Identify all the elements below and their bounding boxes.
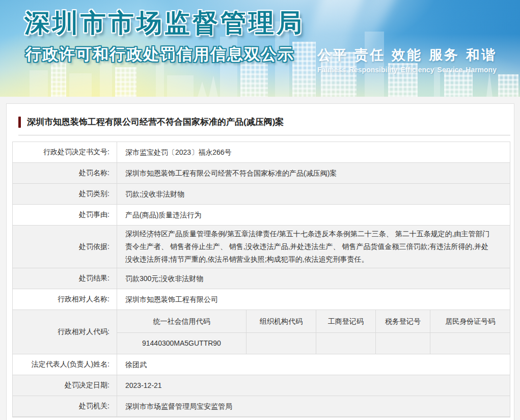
- row-label: 行政相对人名称:: [13, 289, 117, 310]
- row-label: 处罚事由:: [13, 205, 117, 225]
- row-label: 处罚决定日期:: [13, 375, 117, 396]
- codes-table: 统一社会信用代码 组织机构代码 工商登记码 税务登记号 居民身份证号码 9144…: [117, 310, 510, 354]
- title-accent-bar: [18, 117, 21, 128]
- banner-subtitle: 行政许可和行政处罚信用信息双公示: [25, 44, 294, 65]
- row-value: 罚款;没收非法财物: [117, 184, 510, 204]
- codes-value-row: 91440300MA5GUTTR90: [117, 333, 510, 354]
- table-row-penalty-category: 处罚类别: 罚款;没收非法财物: [13, 184, 510, 205]
- slogan-chinese: 公平 责任 效能 服务 和谐: [317, 46, 497, 64]
- table-row-decision-date: 处罚决定日期: 2023-12-21: [13, 375, 510, 396]
- table-row-penalty-basis: 处罚依据: 深圳经济特区产品质量管理条例/第五章法律责任/第五十七条违反本条例第…: [13, 226, 510, 268]
- slogan-en-word: Harmony: [466, 66, 497, 74]
- row-value: 2023-12-21: [117, 375, 510, 396]
- codes-value-cell: [430, 333, 510, 354]
- codes-header-cell: 统一社会信用代码: [117, 310, 246, 332]
- codes-value-cell: [316, 333, 375, 354]
- row-value: 徐团武: [117, 354, 510, 375]
- row-label: 处罚机关:: [13, 396, 117, 416]
- row-label: 处罚名称:: [13, 163, 117, 183]
- codes-header-cell: 居民身份证号码: [430, 310, 510, 332]
- row-label: 处罚依据:: [13, 226, 117, 268]
- row-value: 深圳市知恩装饰工程有限公司经营不符合国家标准的产品(减压阀)案: [117, 163, 510, 183]
- title-divider: [18, 135, 510, 135]
- article-header: 深圳市知恩装饰工程有限公司经营不符合国家标准的产品(减压阀)案: [18, 116, 514, 128]
- codes-header-cell: 税务登记号: [375, 310, 430, 332]
- table-row-decision-number: 行政处罚决定书文号: 深市监宝处罚〔2023〕福永266号: [13, 142, 510, 163]
- slogan-en-word: Responsibility: [349, 66, 398, 74]
- table-row-legal-representative: 法定代表人(负责人)姓名: 徐团武: [13, 354, 510, 375]
- row-value: 深圳市知恩装饰工程有限公司: [117, 289, 510, 310]
- table-row-party-name: 行政相对人名称: 深圳市知恩装饰工程有限公司: [13, 289, 510, 310]
- table-row-party-codes: 行政相对人代码: 统一社会信用代码 组织机构代码 工商登记码 税务登记号 居民身…: [13, 310, 510, 354]
- row-value: 深圳市市场监督管理局宝安监管局: [117, 396, 510, 416]
- row-label: 法定代表人(负责人)姓名:: [13, 354, 117, 375]
- codes-value-cell: [246, 333, 316, 354]
- content-card: 深圳市知恩装饰工程有限公司经营不符合国家标准的产品(减压阀)案 行政处罚决定书文…: [6, 103, 514, 420]
- codes-header-row: 统一社会信用代码 组织机构代码 工商登记码 税务登记号 居民身份证号码: [117, 310, 510, 333]
- row-value: 产品(商品)质量违法行为: [117, 205, 510, 225]
- header-banner: 深圳市市场监督管理局 行政许可和行政处罚信用信息双公示 公平 责任 效能 服务 …: [0, 0, 520, 97]
- codes-header-cell: 工商登记码: [316, 310, 375, 332]
- page-title: 深圳市知恩装饰工程有限公司经营不符合国家标准的产品(减压阀)案: [27, 116, 284, 128]
- slogan-cn-word: 和谐: [466, 46, 497, 64]
- row-label: 行政相对人代码:: [13, 310, 117, 354]
- slogan-en-word: Service: [437, 66, 463, 74]
- row-value: 深市监宝处罚〔2023〕福永266号: [117, 142, 510, 162]
- slogan-en-word: Efficiency: [401, 66, 434, 74]
- slogan-cn-word: 效能: [392, 46, 422, 64]
- banner-title: 深圳市市场监督管理局: [24, 6, 305, 40]
- codes-value-cell: [375, 333, 430, 354]
- slogan-cn-word: 公平: [317, 46, 348, 64]
- slogan-en-word: Faimess: [317, 66, 346, 74]
- codes-header-cell: 组织机构代码: [246, 310, 316, 332]
- slogan-cn-word: 责任: [354, 46, 385, 64]
- table-row-penalty-reason: 处罚事由: 产品(商品)质量违法行为: [13, 205, 510, 226]
- slogan-cn-word: 服务: [429, 46, 459, 64]
- row-value: 罚款300元;没收非法财物: [117, 268, 510, 289]
- table-row-penalty-result: 处罚结果: 罚款300元;没收非法财物: [13, 268, 510, 289]
- row-label: 行政处罚决定书文号:: [13, 142, 117, 162]
- slogan-english: Faimess Responsibility Efficiency Servic…: [317, 66, 497, 74]
- codes-value-cell: 91440300MA5GUTTR90: [117, 333, 246, 354]
- table-row-penalty-name: 处罚名称: 深圳市知恩装饰工程有限公司经营不符合国家标准的产品(减压阀)案: [13, 163, 510, 184]
- table-row-penalty-authority: 处罚机关: 深圳市市场监督管理局宝安监管局: [13, 396, 510, 417]
- row-label: 处罚类别:: [13, 184, 117, 204]
- row-value: 深圳经济特区产品质量管理条例/第五章法律责任/第五十七条违反本条例第二十三条、 …: [117, 226, 510, 268]
- banner-slogan: 公平 责任 效能 服务 和谐 Faimess Responsibility Ef…: [317, 46, 497, 74]
- row-label: 处罚结果:: [13, 268, 117, 289]
- penalty-info-table: 行政处罚决定书文号: 深市监宝处罚〔2023〕福永266号 处罚名称: 深圳市知…: [12, 142, 510, 417]
